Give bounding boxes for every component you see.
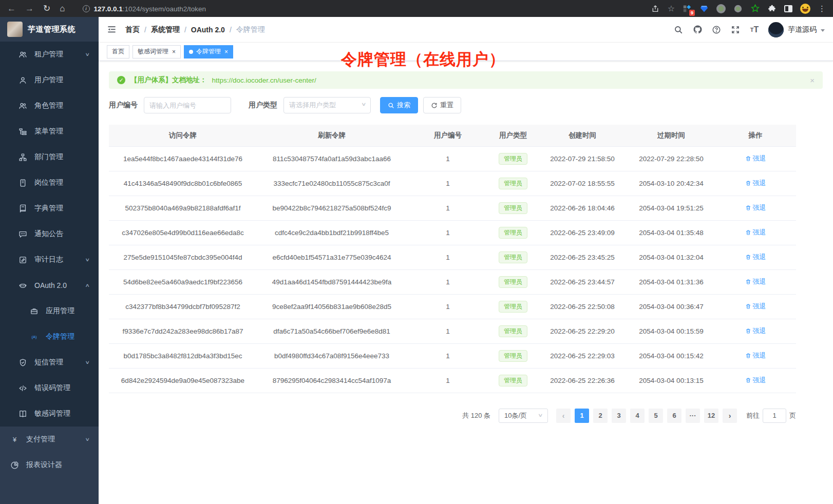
page-button[interactable]: 1: [575, 409, 589, 423]
page-size-select[interactable]: 10条/页 ∨: [499, 409, 548, 423]
help-icon[interactable]: [711, 25, 722, 35]
tab-item[interactable]: 敏感词管理×: [132, 45, 181, 59]
extension-grid-icon[interactable]: 9: [683, 4, 692, 13]
search-icon[interactable]: [673, 25, 684, 35]
sidebar-item[interactable]: 岗位管理: [0, 170, 99, 196]
breadcrumb-item[interactable]: 首页: [125, 25, 140, 34]
sidebar-item[interactable]: 审计日志∨: [0, 247, 99, 273]
notice-icon: [18, 230, 27, 239]
pager: 123456···12: [575, 409, 718, 423]
force-logout-button[interactable]: 强退: [745, 302, 766, 311]
created-time-cell: 2022-06-25 22:29:20: [537, 319, 628, 343]
refresh-token-cell: dfa6c71a50a54c66bef706ef9e6e8d81: [257, 319, 407, 343]
breadcrumb-item[interactable]: 系统管理: [151, 25, 180, 34]
sidebar: 芋道管理系统 租户管理∨用户管理角色管理菜单管理部门管理岗位管理字典管理通知公告…: [0, 17, 99, 504]
page-button[interactable]: 4: [630, 409, 645, 423]
profile-avatar-icon[interactable]: [800, 4, 810, 14]
sidebar-item[interactable]: 应用管理: [0, 298, 99, 324]
chevron-down-icon: ∨: [85, 437, 90, 442]
reset-button[interactable]: 重置: [423, 97, 461, 113]
round-extension-icon[interactable]: [716, 4, 726, 13]
sidebar-item-label: 审计日志: [34, 255, 79, 264]
star-extension-icon[interactable]: [750, 4, 760, 13]
collapse-sidebar-icon[interactable]: [107, 25, 117, 35]
url-path: :1024/system/oauth2/token: [123, 5, 206, 13]
side-panel-icon[interactable]: [784, 5, 792, 12]
avatar: [768, 22, 784, 37]
forward-icon[interactable]: →: [25, 4, 34, 13]
sidebar-item[interactable]: 通知公告: [0, 221, 99, 247]
next-page-button[interactable]: ›: [723, 409, 737, 423]
refresh-token-cell: 811c530487574fa0af1a59d3abc1aa66: [257, 146, 407, 171]
sidebar-item[interactable]: 短信管理∨: [0, 350, 99, 375]
green-circle-extension-icon[interactable]: [733, 4, 743, 13]
sidebar-item[interactable]: 字典管理: [0, 196, 99, 221]
breadcrumb-item[interactable]: OAuth 2.0: [191, 26, 225, 34]
user-type-select[interactable]: 请选择用户类型 ∨: [283, 97, 371, 113]
goto-page-input[interactable]: [763, 409, 786, 423]
chevron-down-icon: ∨: [85, 257, 90, 262]
more-pages-button[interactable]: ···: [686, 409, 700, 423]
user-type-tag: 管理员: [499, 301, 527, 313]
user-id-cell: 1: [407, 220, 489, 245]
search-button[interactable]: 搜索: [380, 97, 418, 113]
pay-icon: ¥: [10, 435, 19, 444]
close-icon[interactable]: ×: [810, 76, 815, 85]
table-row: 41c41346a548490f9dc8b01c6bfe0865333ecfc7…: [109, 171, 796, 196]
tab-item[interactable]: 首页: [107, 45, 129, 59]
share-icon[interactable]: [651, 4, 660, 13]
force-logout-button[interactable]: 强退: [745, 154, 766, 163]
force-logout-button[interactable]: 强退: [745, 326, 766, 336]
sidebar-item[interactable]: 错误码管理: [0, 375, 99, 401]
sidebar-item[interactable]: 角色管理: [0, 93, 99, 119]
page-button[interactable]: 3: [612, 409, 626, 423]
force-logout-button[interactable]: 强退: [745, 376, 766, 385]
close-icon[interactable]: ×: [172, 49, 176, 55]
font-size-icon[interactable]: TT: [749, 25, 760, 35]
page-button[interactable]: 12: [704, 409, 718, 423]
fullscreen-icon[interactable]: [730, 25, 741, 35]
sidebar-item[interactable]: 租户管理∨: [0, 42, 99, 67]
prev-page-button[interactable]: ‹: [556, 409, 571, 423]
page-button[interactable]: 6: [667, 409, 681, 423]
bookmark-star-icon[interactable]: ☆: [668, 4, 675, 13]
expire-time-cell: 2054-03-04 19:51:25: [628, 196, 715, 220]
sidebar-item[interactable]: 菜单管理: [0, 119, 99, 144]
close-icon[interactable]: ×: [224, 49, 228, 55]
user-menu[interactable]: 芋道源码: [768, 22, 825, 37]
sidebar-item[interactable]: OAuth 2.0∧: [0, 273, 99, 298]
site-info-icon[interactable]: i: [83, 5, 90, 12]
puzzle-extensions-icon[interactable]: [767, 4, 777, 13]
user-id-input[interactable]: [144, 97, 231, 113]
sidebar-item[interactable]: 部门管理: [0, 144, 99, 170]
force-logout-button[interactable]: 强退: [745, 351, 766, 360]
github-icon[interactable]: [692, 25, 703, 35]
doc-link[interactable]: https://doc.iocoder.cn/user-center/: [212, 76, 316, 84]
home-icon[interactable]: ⌂: [60, 4, 65, 13]
address-bar[interactable]: i 127.0.0.1:1024/system/oauth2/token: [83, 4, 206, 13]
reload-icon[interactable]: ↻: [43, 4, 50, 13]
force-logout-button[interactable]: 强退: [745, 228, 766, 237]
back-icon[interactable]: ←: [7, 4, 16, 13]
force-logout-button[interactable]: 强退: [745, 203, 766, 212]
sidebar-item-label: OAuth 2.0: [34, 281, 79, 289]
tab-item[interactable]: 令牌管理×: [184, 45, 233, 59]
sidebar-item[interactable]: 敏感词管理: [0, 401, 99, 427]
gem-extension-icon[interactable]: [699, 4, 709, 13]
page-button[interactable]: 2: [593, 409, 608, 423]
page-button[interactable]: 5: [649, 409, 663, 423]
sidebar-item[interactable]: 报表设计器: [0, 452, 99, 478]
browser-menu-icon[interactable]: ⋮: [818, 4, 826, 13]
user-id-cell: 1: [407, 368, 489, 393]
breadcrumb-item: 令牌管理: [236, 25, 265, 34]
sidebar-item[interactable]: ¥支付管理∨: [0, 427, 99, 452]
force-logout-button[interactable]: 强退: [745, 253, 766, 262]
sidebar-item[interactable]: (A)令牌管理: [0, 324, 99, 350]
force-logout-button[interactable]: 强退: [745, 179, 766, 188]
app-logo-bar[interactable]: 芋道管理系统: [0, 17, 99, 42]
created-time-cell: 2022-06-25 23:44:57: [537, 269, 628, 294]
sidebar-item[interactable]: 用户管理: [0, 67, 99, 93]
expire-time-cell: 2054-03-04 00:13:15: [628, 368, 715, 393]
trash-icon: [745, 353, 751, 359]
force-logout-button[interactable]: 强退: [745, 277, 766, 286]
